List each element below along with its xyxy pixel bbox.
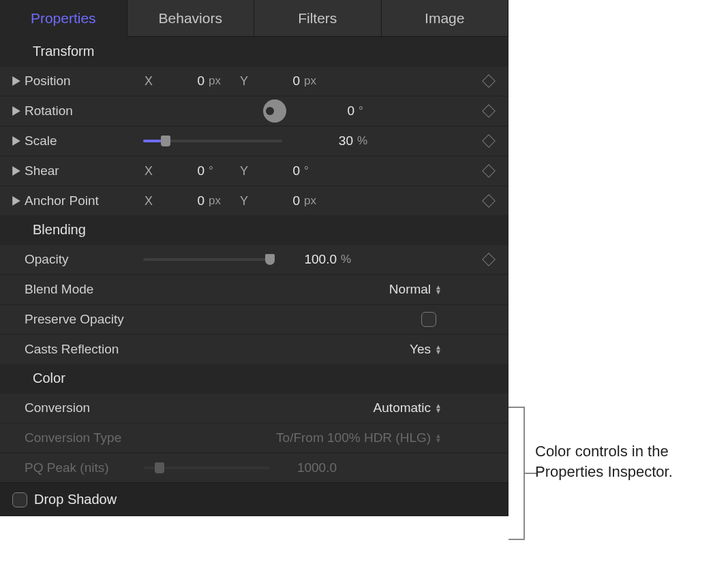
keyframe-icon[interactable] bbox=[482, 134, 496, 148]
rotation-label: Rotation bbox=[25, 104, 139, 119]
casts-reflection-label: Casts Reflection bbox=[25, 342, 139, 357]
row-opacity: Opacity 100.0 % bbox=[0, 244, 509, 274]
shear-y-unit: ° bbox=[303, 164, 330, 178]
pq-peak-field: 1000.0 bbox=[277, 460, 339, 475]
scale-slider[interactable] bbox=[143, 140, 282, 142]
axis-x-label: X bbox=[139, 74, 158, 89]
preserve-opacity-checkbox[interactable] bbox=[421, 312, 436, 327]
section-title-blending: Blending bbox=[0, 215, 509, 244]
tab-properties[interactable]: Properties bbox=[0, 0, 127, 37]
position-y-field[interactable]: 0 bbox=[254, 74, 303, 89]
opacity-unit: % bbox=[339, 253, 367, 266]
scale-field[interactable]: 30 bbox=[293, 133, 356, 148]
row-scale: Scale 30 % bbox=[0, 125, 509, 155]
axis-x-label: X bbox=[139, 164, 158, 178]
scale-unit: % bbox=[356, 134, 383, 148]
tab-filters[interactable]: Filters bbox=[254, 0, 382, 37]
opacity-field[interactable]: 100.0 bbox=[277, 252, 339, 267]
row-conversion: Conversion Automatic ▲▼ bbox=[0, 392, 509, 422]
disclosure-triangle-icon[interactable] bbox=[8, 76, 25, 86]
anchor-y-field[interactable]: 0 bbox=[254, 193, 303, 208]
conversion-label: Conversion bbox=[25, 400, 139, 415]
svg-marker-1 bbox=[12, 106, 20, 116]
shear-x-field[interactable]: 0 bbox=[158, 163, 207, 178]
row-conversion-type: Conversion Type To/From 100% HDR (HLG) ▲… bbox=[0, 422, 509, 452]
section-title-color: Color bbox=[0, 364, 509, 392]
row-casts-reflection: Casts Reflection Yes ▲▼ bbox=[0, 334, 509, 364]
row-drop-shadow: Drop Shadow bbox=[0, 482, 509, 516]
anchor-x-field[interactable]: 0 bbox=[158, 193, 207, 208]
callout-bracket bbox=[509, 407, 528, 540]
tab-behaviors[interactable]: Behaviors bbox=[127, 0, 255, 37]
position-x-unit: px bbox=[207, 74, 234, 88]
keyframe-icon[interactable] bbox=[482, 104, 496, 118]
keyframe-icon[interactable] bbox=[482, 74, 496, 88]
axis-y-label: Y bbox=[234, 164, 254, 178]
row-position: Position X 0 px Y 0 px bbox=[0, 65, 509, 95]
row-shear: Shear X 0 ° Y 0 ° bbox=[0, 155, 509, 185]
axis-x-label: X bbox=[139, 194, 158, 208]
disclosure-triangle-icon[interactable] bbox=[8, 136, 25, 146]
row-preserve-opacity: Preserve Opacity bbox=[0, 304, 509, 334]
anchor-point-label: Anchor Point bbox=[25, 193, 139, 208]
rotation-field[interactable]: 0 bbox=[289, 104, 357, 119]
pq-peak-label: PQ Peak (nits) bbox=[25, 460, 139, 475]
conversion-value: Automatic bbox=[374, 400, 431, 415]
popup-arrows-icon: ▲▼ bbox=[435, 285, 442, 294]
blend-mode-label: Blend Mode bbox=[25, 282, 139, 297]
axis-y-label: Y bbox=[234, 74, 254, 89]
opacity-slider[interactable] bbox=[143, 258, 270, 261]
anchor-y-unit: px bbox=[303, 194, 330, 208]
properties-inspector: Properties Behaviors Filters Image Trans… bbox=[0, 0, 509, 516]
row-pq-peak: PQ Peak (nits) 1000.0 bbox=[0, 452, 509, 482]
shear-label: Shear bbox=[25, 163, 139, 178]
position-y-unit: px bbox=[303, 74, 330, 88]
section-title-transform: Transform bbox=[0, 37, 509, 65]
conversion-type-value: To/From 100% HDR (HLG) bbox=[276, 430, 431, 445]
tab-image[interactable]: Image bbox=[382, 0, 509, 37]
keyframe-icon[interactable] bbox=[482, 253, 496, 266]
row-rotation: Rotation 0 ° bbox=[0, 95, 509, 125]
svg-marker-3 bbox=[12, 166, 20, 176]
casts-reflection-popup[interactable]: Yes ▲▼ bbox=[139, 342, 442, 357]
conversion-popup[interactable]: Automatic ▲▼ bbox=[139, 400, 442, 415]
disclosure-triangle-icon[interactable] bbox=[8, 106, 25, 116]
svg-marker-0 bbox=[12, 76, 20, 86]
scale-label: Scale bbox=[25, 133, 139, 148]
conversion-type-popup: To/From 100% HDR (HLG) ▲▼ bbox=[139, 430, 442, 445]
disclosure-triangle-icon[interactable] bbox=[8, 196, 25, 206]
disclosure-triangle-icon[interactable] bbox=[8, 166, 25, 176]
pq-peak-slider bbox=[143, 467, 270, 469]
callout-line-1: Color controls in the bbox=[535, 441, 673, 462]
callout-line-2: Properties Inspector. bbox=[535, 462, 673, 482]
svg-marker-4 bbox=[12, 196, 20, 206]
svg-marker-2 bbox=[12, 136, 20, 146]
blend-mode-value: Normal bbox=[389, 282, 431, 297]
keyframe-icon[interactable] bbox=[482, 194, 496, 208]
drop-shadow-label: Drop Shadow bbox=[34, 492, 117, 507]
popup-arrows-icon: ▲▼ bbox=[435, 433, 442, 443]
popup-arrows-icon: ▲▼ bbox=[435, 403, 442, 413]
inspector-tab-bar: Properties Behaviors Filters Image bbox=[0, 0, 509, 37]
rotation-dial[interactable] bbox=[263, 99, 286, 123]
rotation-unit: ° bbox=[357, 104, 384, 118]
shear-x-unit: ° bbox=[207, 164, 234, 178]
position-x-field[interactable]: 0 bbox=[158, 74, 207, 89]
opacity-label: Opacity bbox=[25, 252, 139, 267]
drop-shadow-checkbox[interactable] bbox=[12, 492, 27, 507]
position-label: Position bbox=[25, 74, 139, 89]
keyframe-icon[interactable] bbox=[482, 164, 496, 178]
popup-arrows-icon: ▲▼ bbox=[435, 345, 442, 354]
conversion-type-label: Conversion Type bbox=[25, 430, 139, 445]
shear-y-field[interactable]: 0 bbox=[254, 163, 303, 178]
casts-reflection-value: Yes bbox=[410, 342, 431, 357]
row-anchor-point: Anchor Point X 0 px Y 0 px bbox=[0, 185, 509, 215]
anchor-x-unit: px bbox=[207, 194, 234, 208]
preserve-opacity-label: Preserve Opacity bbox=[25, 312, 139, 327]
axis-y-label: Y bbox=[234, 194, 254, 208]
blend-mode-popup[interactable]: Normal ▲▼ bbox=[139, 282, 442, 297]
row-blend-mode: Blend Mode Normal ▲▼ bbox=[0, 274, 509, 304]
callout-text: Color controls in the Properties Inspect… bbox=[535, 441, 673, 482]
